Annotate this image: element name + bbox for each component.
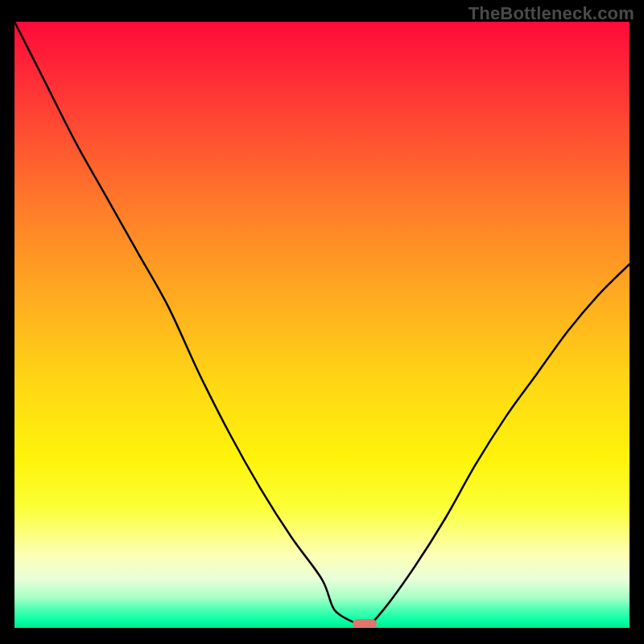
watermark-text: TheBottleneck.com: [469, 3, 634, 24]
plot-area: [14, 22, 630, 628]
minimum-marker: [353, 619, 377, 628]
chart-frame: TheBottleneck.com: [0, 0, 644, 644]
bottleneck-curve: [14, 22, 630, 628]
